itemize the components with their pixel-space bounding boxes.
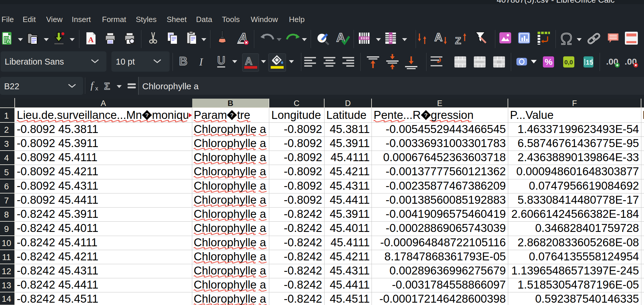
svg-text:?: ? [230,112,234,118]
svg-text:x: x [95,85,98,92]
svg-text:A: A [88,36,94,44]
svg-text:?: ? [424,112,428,118]
svg-text:15: 15 [586,59,593,66]
svg-text:f: f [91,80,95,91]
svg-text:0,0: 0,0 [564,59,573,65]
svg-text:Z: Z [455,35,461,46]
svg-text:A: A [434,31,442,43]
svg-text:%: % [545,57,553,67]
svg-text:?: ? [145,112,149,118]
svg-text:A: A [245,55,252,67]
